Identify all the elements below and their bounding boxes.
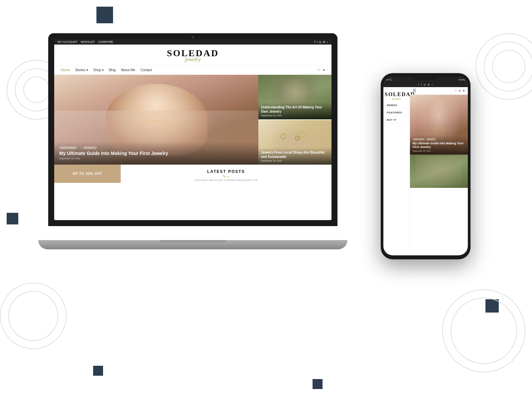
laptop-screen: MY ACCOUNT WISHLIST COMPARE f t ◎ ⊕ ♪ SO…	[54, 39, 332, 220]
phone-tag-featured: FEATURED	[413, 138, 425, 141]
site-nav: Home Stories ▾ Shop ▾ Blog About Me Cont…	[54, 66, 332, 75]
phone-topbar-left: MY AL...	[386, 79, 394, 81]
phone-body: MY AL... APARE f t ◎ ⊕ ♪ SOLEDAD	[381, 73, 470, 259]
site-hero: FEATURED • UPDATE My Ultimate Guide Into…	[54, 75, 332, 165]
latest-posts-desc: Lorem ipsum dolor sit amet, consectetur …	[195, 179, 257, 181]
heart-icon[interactable]: ♡	[317, 68, 320, 72]
phone-nav-icons: ♡ ≡ ✕	[454, 89, 465, 92]
phone-social-bar: f t ◎ ⊕ ♪	[383, 82, 468, 87]
site-topbar: MY ACCOUNT WISHLIST COMPARE f t ◎ ⊕ ♪	[54, 39, 332, 45]
hero-main-date: September 28, 2021	[59, 157, 253, 160]
phone-topbar-right: APARE	[459, 79, 465, 81]
phone-tw-icon[interactable]: t	[421, 83, 422, 86]
phone-hero-image[interactable]: FEATURED UPDATE My Ultimate Guide Into M…	[410, 95, 468, 155]
laptop-body: MY ACCOUNT WISHLIST COMPARE f t ◎ ⊕ ♪ SO…	[48, 33, 337, 226]
deco-circle-8	[492, 50, 525, 83]
twitter-icon[interactable]: t	[317, 40, 318, 44]
deco-square-1	[96, 7, 113, 23]
laptop-base	[38, 240, 347, 249]
hero-tags: FEATURED • UPDATE	[59, 147, 253, 149]
tiktok-icon[interactable]: ♪	[327, 40, 329, 44]
menu-icon[interactable]: ≡	[323, 68, 325, 72]
phone-hero-date: September 28, 2021	[413, 150, 465, 152]
nav-contact[interactable]: Contact	[141, 68, 152, 72]
deco-square-4	[93, 366, 103, 376]
edit-icon: ✎ —	[223, 175, 230, 178]
phone-second-article[interactable]	[410, 155, 468, 188]
topbar-right: f t ◎ ⊕ ♪	[314, 40, 328, 44]
hero-side-bottom-overlay: Jewelry From Local Shops Are Beautiful a…	[258, 148, 332, 165]
deco-circle-3	[23, 76, 50, 103]
hero-main-overlay: FEATURED • UPDATE My Ultimate Guide Into…	[54, 142, 258, 165]
pinterest-icon[interactable]: ⊕	[323, 40, 326, 44]
phone-logo-main: SOLEDAD	[385, 92, 408, 97]
deco-circle-10	[451, 298, 517, 364]
phone-hero-title[interactable]: My Ultimate Guide Into Making Your First…	[413, 142, 465, 149]
nav-home[interactable]: Home	[61, 68, 70, 72]
phone-hero-tags: FEATURED UPDATE	[413, 138, 465, 141]
hero-side-articles: Understanding The Art Of Making Your Own…	[258, 75, 332, 165]
nav-stories[interactable]: Stories ▾	[75, 68, 88, 72]
phone-logo-sub: jewelry	[385, 97, 408, 100]
phone-nav-bar: ☰ ♡ ≡ ✕	[410, 87, 468, 95]
hero-side-top-title: Understanding The Art Of Making Your Own…	[261, 105, 329, 114]
phone-screen: MY AL... APARE f t ◎ ⊕ ♪ SOLEDAD	[383, 77, 468, 255]
topbar-account[interactable]: MY ACCOUNT	[58, 40, 77, 44]
promo-text: UP TO 30% OFF	[73, 172, 102, 176]
tag-featured: FEATURED	[59, 146, 77, 149]
phone-tk-icon[interactable]: ♪	[432, 83, 433, 86]
phone-list-icon[interactable]: ≡	[459, 89, 461, 92]
nav-shop[interactable]: Shop ▾	[93, 68, 104, 72]
scene: MY ACCOUNT WISHLIST COMPARE f t ◎ ⊕ ♪ SO…	[0, 0, 532, 399]
deco-square-2	[7, 213, 18, 224]
facebook-icon[interactable]: f	[314, 40, 315, 44]
site-header: SOLEDAD jewelry	[54, 45, 332, 66]
phone-hero-overlay: FEATURED UPDATE My Ultimate Guide Into M…	[410, 135, 468, 155]
hero-side-bottom-title: Jewelry From Local Shops Are Beautiful a…	[261, 150, 329, 159]
phone-main-layout: SOLEDAD jewelry DEMOS FEATURES BUY IT ☰	[383, 87, 468, 245]
phone-menu-demos[interactable]: DEMOS	[383, 102, 410, 109]
phone-logo: SOLEDAD jewelry	[383, 90, 410, 102]
phone-content-area: ☰ ♡ ≡ ✕	[410, 87, 468, 245]
hero-main-article[interactable]: FEATURED • UPDATE My Ultimate Guide Into…	[54, 75, 258, 165]
phone-heart-icon[interactable]: ♡	[454, 89, 457, 92]
topbar-wishlist[interactable]: WISHLIST	[81, 40, 95, 44]
phone-fb-icon[interactable]: f	[418, 83, 419, 86]
latest-posts-section: LATEST POSTS ✎ — Lorem ipsum dolor sit a…	[121, 165, 332, 183]
hero-side-top-article[interactable]: Understanding The Art Of Making Your Own…	[258, 75, 332, 119]
phone-hamburger-icon[interactable]: ☰	[413, 88, 416, 93]
phone-ig-icon[interactable]: ◎	[424, 83, 426, 86]
hero-main-title[interactable]: My Ultimate Guide Into Making Your First…	[59, 150, 253, 156]
nav-blog[interactable]: Blog	[109, 68, 116, 72]
laptop: MY ACCOUNT WISHLIST COMPARE f t ◎ ⊕ ♪ SO…	[48, 33, 337, 249]
promo-box[interactable]: UP TO 30% OFF	[54, 165, 121, 183]
hero-side-top-overlay: Understanding The Art Of Making Your Own…	[258, 102, 332, 119]
topbar-compare[interactable]: COMPARE	[98, 40, 113, 44]
phone-menu-buyit[interactable]: BUY IT	[383, 116, 410, 124]
nav-about[interactable]: About Me	[121, 68, 135, 72]
site-bottom-bar: UP TO 30% OFF LATEST POSTS ✎ — Lorem ips…	[54, 165, 332, 183]
tag-update: UPDATE	[83, 146, 97, 149]
laptop-camera	[192, 36, 194, 39]
site-logo-sub: jewelry	[54, 57, 332, 63]
deco-square-5	[313, 379, 323, 389]
latest-posts-title: LATEST POSTS	[207, 169, 245, 174]
hero-side-bottom-date: September 28, 2021	[261, 160, 329, 162]
phone-pi-icon[interactable]: ⊕	[428, 83, 430, 86]
nav-right-icons: ♡ ≡	[317, 68, 325, 72]
phone-tag-update: UPDATE	[426, 138, 436, 141]
tag-separator: •	[80, 147, 81, 149]
phone-notch	[412, 73, 439, 80]
phone-close-icon[interactable]: ✕	[463, 89, 465, 92]
phone: MY AL... APARE f t ◎ ⊕ ♪ SOLEDAD	[381, 73, 470, 259]
instagram-icon[interactable]: ◎	[319, 40, 322, 44]
phone-menu-features[interactable]: FEATURES	[383, 109, 410, 116]
hero-side-top-date: September 28, 2021	[261, 114, 329, 117]
phone-sidebar-menu: SOLEDAD jewelry DEMOS FEATURES BUY IT	[383, 87, 410, 245]
hero-side-bottom-article[interactable]: Jewelry From Local Shops Are Beautiful a…	[258, 119, 332, 165]
topbar-left: MY ACCOUNT WISHLIST COMPARE	[58, 40, 113, 44]
deco-circle-5	[8, 291, 58, 341]
